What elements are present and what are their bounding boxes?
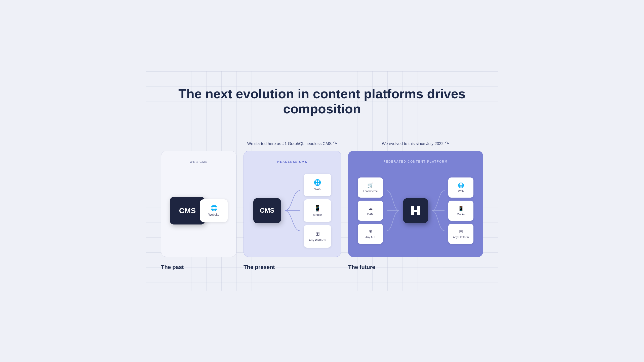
icon-card-ecommerce: 🛒 Ecommerce bbox=[358, 177, 383, 198]
platform-label-present: Any Platform bbox=[309, 239, 326, 242]
annotation-past bbox=[161, 132, 236, 147]
icon-card-mobile-future: 📱 Mobile bbox=[448, 201, 473, 221]
main-title: The next evolution in content platforms … bbox=[161, 86, 483, 117]
past-layout: CMS 🌐 Website bbox=[170, 197, 228, 224]
connector-future-right bbox=[432, 180, 445, 241]
globe-icon-present: 🌐 bbox=[314, 179, 321, 186]
hygraph-logo-icon bbox=[409, 204, 422, 217]
card-content-past: CMS 🌐 Website bbox=[168, 174, 229, 248]
card-present: HEADLESS CMS CMS bbox=[244, 151, 341, 257]
icon-card-web-present: 🌐 Web bbox=[304, 174, 331, 196]
cms-block-past: CMS bbox=[170, 197, 205, 224]
icon-card-web-future: 🌐 Web bbox=[448, 177, 473, 198]
card-content-present: CMS 🌐 Web bbox=[251, 174, 334, 248]
dam-icon: ☁ bbox=[368, 205, 373, 211]
icon-card-platform-future: ⊞ Any Platform bbox=[448, 224, 473, 244]
mobile-label-present: Mobile bbox=[313, 213, 322, 217]
website-card: 🌐 Website bbox=[200, 199, 228, 222]
mobile-icon-present: 📱 bbox=[314, 205, 321, 212]
anyapi-icon: ⊞ bbox=[369, 229, 372, 234]
platform-icon-future: ⊞ bbox=[459, 229, 463, 234]
era-label-present: The present bbox=[244, 264, 341, 270]
platform-icon-present: ⊞ bbox=[315, 231, 320, 237]
platform-label-future: Any Platform bbox=[453, 236, 469, 239]
ecommerce-icon: 🛒 bbox=[367, 182, 374, 188]
future-right-nodes: 🌐 Web 📱 Mobile ⊞ Any Platform bbox=[448, 177, 473, 244]
column-future: We evolved to this since July 2022 ↷ FED… bbox=[348, 132, 483, 270]
card-label-past: WEB CMS bbox=[190, 160, 208, 164]
web-label-present: Web bbox=[314, 188, 320, 191]
card-future: FEDERATED CONTENT PLATFORM 🛒 Ecommerce ☁… bbox=[348, 151, 483, 257]
page-wrapper: The next evolution in content platforms … bbox=[146, 71, 498, 291]
icon-card-platform-present: ⊞ Any Platform bbox=[304, 225, 331, 248]
hygraph-center-block bbox=[403, 198, 428, 223]
era-label-future: The future bbox=[348, 264, 483, 270]
annotation-future: We evolved to this since July 2022 ↷ bbox=[348, 132, 483, 147]
card-past: WEB CMS CMS 🌐 Website bbox=[161, 151, 236, 257]
icon-card-dam: ☁ DAM bbox=[358, 201, 383, 221]
column-present: We started here as #1 GraphQL headless C… bbox=[244, 132, 341, 270]
globe-icon-future: 🌐 bbox=[458, 182, 464, 188]
era-label-past: The past bbox=[161, 264, 236, 270]
card-label-present: HEADLESS CMS bbox=[277, 160, 307, 164]
annotation-present: We started here as #1 GraphQL headless C… bbox=[244, 132, 341, 147]
card-content-future: 🛒 Ecommerce ☁ DAM ⊞ Any API bbox=[355, 173, 476, 248]
website-label: Website bbox=[208, 213, 219, 216]
mobile-icon-future: 📱 bbox=[458, 205, 464, 211]
anyapi-label: Any API bbox=[365, 236, 375, 239]
columns-wrapper: WEB CMS CMS 🌐 Website The past bbox=[161, 132, 483, 270]
globe-icon-past: 🌐 bbox=[211, 205, 217, 211]
ecommerce-label: Ecommerce bbox=[363, 190, 378, 193]
icon-card-mobile-present: 📱 Mobile bbox=[304, 199, 331, 222]
arrow-future: ↷ bbox=[445, 140, 449, 147]
connector-present bbox=[285, 180, 300, 241]
column-past: WEB CMS CMS 🌐 Website The past bbox=[161, 132, 236, 270]
arrow-present: ↷ bbox=[333, 140, 337, 147]
svg-rect-2 bbox=[417, 206, 420, 215]
cms-block-present: CMS bbox=[253, 198, 281, 223]
right-nodes-present: 🌐 Web 📱 Mobile ⊞ Any Platform bbox=[304, 174, 331, 248]
dam-label: DAM bbox=[367, 213, 373, 216]
future-left-nodes: 🛒 Ecommerce ☁ DAM ⊞ Any API bbox=[358, 177, 383, 244]
mobile-label-future: Mobile bbox=[457, 213, 465, 216]
web-label-future: Web bbox=[458, 190, 464, 193]
connector-future-left bbox=[387, 180, 399, 241]
card-label-future: FEDERATED CONTENT PLATFORM bbox=[384, 160, 448, 163]
icon-card-anyapi: ⊞ Any API bbox=[358, 224, 383, 244]
